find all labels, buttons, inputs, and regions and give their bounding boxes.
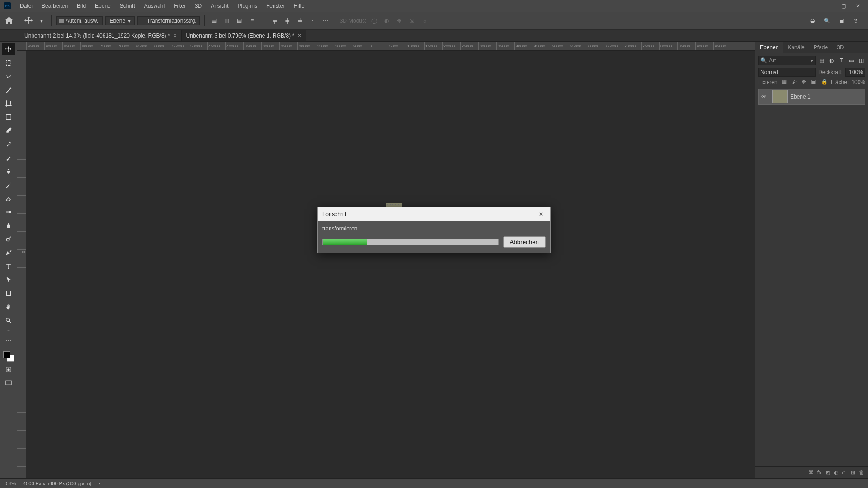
menu-ebene[interactable]: Ebene	[90, 3, 115, 9]
auto-select-target-dropdown[interactable]: Ebene▾	[105, 16, 135, 25]
auto-select-checkbox[interactable]: Autom. ausw.:	[56, 16, 103, 25]
quick-mask-icon[interactable]	[2, 364, 15, 375]
color-swatch[interactable]	[3, 351, 14, 362]
hand-tool[interactable]	[2, 301, 15, 313]
menu-filter[interactable]: Filter	[169, 3, 190, 9]
window-restore-icon[interactable]: ▢	[837, 2, 850, 9]
lock-position-icon[interactable]: ✥	[802, 79, 809, 86]
tab-close-icon[interactable]: ×	[298, 33, 301, 39]
pen-tool[interactable]	[2, 247, 15, 258]
menu-plug-ins[interactable]: Plug-ins	[233, 3, 262, 9]
layer-row[interactable]: 👁 Ebene 1	[758, 89, 865, 105]
menu-schrift[interactable]: Schrift	[115, 3, 140, 9]
filter-type-icon[interactable]: T	[837, 56, 845, 65]
panel-tab-3d[interactable]: 3D	[832, 42, 848, 53]
move-tool-icon[interactable]	[24, 16, 34, 26]
edit-toolbar-icon[interactable]: ⋯	[2, 335, 15, 347]
share-icon[interactable]: ⇪	[851, 16, 861, 26]
lasso-tool[interactable]	[2, 70, 15, 82]
panel-tab-ebenen[interactable]: Ebenen	[755, 42, 783, 53]
eraser-tool[interactable]	[2, 192, 15, 204]
menu-hilfe[interactable]: Hilfe	[289, 3, 309, 9]
fill-input[interactable]: 100%	[851, 79, 865, 85]
clone-stamp-tool[interactable]	[2, 165, 15, 177]
menu-auswahl[interactable]: Auswahl	[140, 3, 169, 9]
gradient-tool[interactable]	[2, 206, 15, 218]
more-options-icon[interactable]: ⋯	[321, 16, 330, 26]
window-minimize-icon[interactable]: ─	[823, 2, 835, 9]
align-left-icon[interactable]: ▤	[209, 16, 219, 26]
layer-mask-icon[interactable]: ◩	[825, 469, 830, 476]
horizontal-ruler[interactable]: 9500090000850008000075000700006500060000…	[26, 42, 755, 51]
vertical-ruler[interactable]: 0	[17, 51, 26, 478]
filter-pixel-icon[interactable]: ▦	[817, 56, 826, 65]
layer-fx-icon[interactable]: fx	[817, 469, 821, 476]
panel-tab-pfade[interactable]: Pfade	[809, 42, 832, 53]
tab-close-icon[interactable]: ×	[174, 33, 177, 39]
menu-bearbeiten[interactable]: Bearbeiten	[37, 3, 72, 9]
align-right-icon[interactable]: ▤	[235, 16, 245, 26]
menu-3d[interactable]: 3D	[190, 3, 206, 9]
magic-wand-tool[interactable]	[2, 84, 15, 96]
opacity-input[interactable]: 100%	[845, 68, 865, 77]
zoom-level[interactable]: 0,8%	[5, 481, 16, 486]
healing-brush-tool[interactable]	[2, 138, 15, 150]
path-selection-tool[interactable]	[2, 274, 15, 286]
align-top-icon[interactable]: ╤	[270, 16, 280, 26]
marquee-tool[interactable]	[2, 57, 15, 69]
zoom-tool[interactable]	[2, 314, 15, 326]
type-tool[interactable]	[2, 260, 15, 272]
lock-artboard-icon[interactable]: ▣	[811, 79, 818, 86]
cancel-button[interactable]: Abbrechen	[503, 236, 546, 248]
move-tool[interactable]	[2, 43, 15, 55]
align-center-v-icon[interactable]: ╪	[283, 16, 292, 26]
filter-adjust-icon[interactable]: ◐	[827, 56, 835, 65]
blend-mode-dropdown[interactable]: Normal	[758, 68, 816, 77]
filter-shape-icon[interactable]: ▭	[847, 56, 855, 65]
layer-visibility-icon[interactable]: 👁	[759, 94, 769, 100]
lock-transparency-icon[interactable]: ▦	[782, 79, 789, 86]
tool-preset-dropdown-icon[interactable]: ▾	[37, 16, 47, 26]
document-tab[interactable]: Unbenannt-2 bei 14,3% (field-406181_1920…	[20, 30, 182, 41]
layer-name[interactable]: Ebene 1	[790, 94, 811, 100]
align-bottom-icon[interactable]: ╧	[295, 16, 305, 26]
document-info[interactable]: 4500 Px x 5400 Px (300 ppcm)	[23, 481, 91, 486]
menu-datei[interactable]: Datei	[15, 3, 37, 9]
distribute-icon[interactable]: ⋮	[308, 16, 318, 26]
panel-tab-kanäle[interactable]: Kanäle	[783, 42, 809, 53]
delete-layer-icon[interactable]: 🗑	[859, 469, 864, 476]
ruler-origin[interactable]	[17, 42, 26, 51]
dialog-close-icon[interactable]: ✕	[537, 211, 546, 217]
screen-mode-icon[interactable]	[2, 377, 15, 389]
select-subject-icon[interactable]: ◒	[807, 16, 817, 26]
layer-thumbnail[interactable]	[772, 90, 788, 103]
history-brush-tool[interactable]	[2, 179, 15, 191]
transform-controls-checkbox[interactable]: Transformationsstrg.	[137, 16, 200, 25]
workspace-icon[interactable]: ▣	[836, 16, 846, 26]
adjustment-layer-icon[interactable]: ◐	[834, 469, 838, 476]
home-icon[interactable]	[4, 15, 14, 26]
layer-search-input[interactable]: 🔍 Art ▾	[758, 56, 816, 65]
dodge-tool[interactable]	[2, 233, 15, 245]
shape-tool[interactable]	[2, 287, 15, 299]
new-layer-icon[interactable]: ⊞	[851, 469, 855, 476]
lock-all-icon[interactable]: 🔒	[821, 79, 828, 86]
link-layers-icon[interactable]: ⌘	[808, 469, 814, 476]
align-center-h-icon[interactable]: ▥	[222, 16, 232, 26]
frame-tool[interactable]	[2, 111, 15, 123]
align-stretch-icon[interactable]: ≡	[247, 16, 257, 26]
dialog-titlebar[interactable]: Fortschritt ✕	[318, 207, 550, 221]
menu-fenster[interactable]: Fenster	[262, 3, 289, 9]
brush-tool[interactable]	[2, 152, 15, 164]
crop-tool[interactable]	[2, 98, 15, 109]
status-more-icon[interactable]: ›	[99, 481, 100, 486]
menu-ansicht[interactable]: Ansicht	[206, 3, 233, 9]
menu-bild[interactable]: Bild	[72, 3, 90, 9]
canvas-area[interactable]: 9500090000850008000075000700006500060000…	[17, 42, 755, 478]
document-tab[interactable]: Unbenannt-3 bei 0,796% (Ebene 1, RGB/8) …	[182, 30, 307, 41]
eyedropper-tool[interactable]	[2, 125, 15, 136]
blur-tool[interactable]	[2, 220, 15, 231]
window-close-icon[interactable]: ✕	[852, 2, 864, 9]
lock-paint-icon[interactable]: 🖌	[792, 79, 799, 86]
filter-smart-icon[interactable]: ◫	[857, 56, 865, 65]
